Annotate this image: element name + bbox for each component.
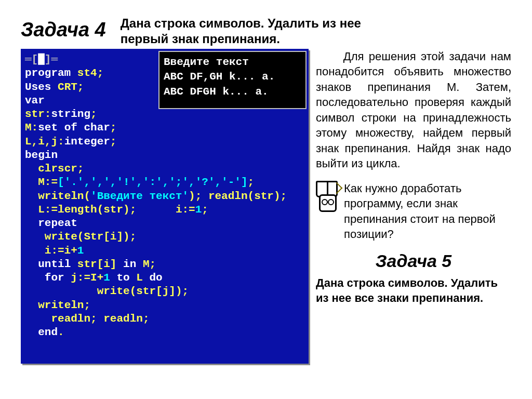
assign-l: L:= <box>38 204 58 216</box>
until-stri: str[i] <box>77 258 117 270</box>
str-literal-prompt: 'Введите текст' <box>90 190 189 202</box>
task4-title: Задача 4 <box>21 16 106 41</box>
out-line-3: ABC DFGH k... a. <box>164 86 269 98</box>
kw-in: in <box>123 258 136 270</box>
assign-m: M:= <box>38 176 58 188</box>
kw-uses: Uses <box>25 81 51 93</box>
cursor-icon: █ <box>38 54 45 65</box>
num-one-b: 1 <box>77 245 84 257</box>
arg-stri: Str[i] <box>84 231 123 243</box>
code-editor: Введите текст ABC DF,GH k... a. ABC DFGH… <box>21 49 309 364</box>
kw-end: end <box>38 326 58 338</box>
kw-var: var <box>25 95 45 107</box>
call-write2: write <box>45 231 77 243</box>
task5-prompt: Дана строка символов. Удалить из нее все… <box>316 276 511 305</box>
frame-left: ═[ <box>25 54 38 65</box>
num-one-a: 1 <box>195 204 202 216</box>
for-L: L <box>136 272 143 284</box>
kw-to: to <box>116 272 129 284</box>
task5-title: Задача 5 <box>316 249 511 273</box>
type-integer: integer <box>64 136 110 148</box>
until-m: M <box>143 258 150 270</box>
kw-do: do <box>150 272 163 284</box>
set-literal: ['.',',','!',':',';','?','-'] <box>58 176 247 188</box>
arg-str: str <box>254 190 274 202</box>
call-writeln2: writeln <box>38 299 84 311</box>
kw-program: program <box>25 67 71 79</box>
call-clrscr: clrscr <box>38 163 77 175</box>
var-str: str <box>25 108 45 120</box>
program-output: Введите текст ABC DF,GH k... a. ABC DFGH… <box>158 51 307 109</box>
frame-right: ]═ <box>45 54 58 65</box>
call-writeln1: writeln <box>38 190 84 202</box>
call-readln1: readln <box>208 190 248 202</box>
unit-crt: CRT <box>58 81 77 93</box>
inc-i: i:=i+ <box>45 245 77 257</box>
var-lij: L,i,j <box>25 136 58 148</box>
kw-for: for <box>45 272 64 284</box>
type-setofchar: set of char <box>38 122 110 134</box>
reader-icon <box>316 181 339 212</box>
prog-name: st4 <box>77 67 97 79</box>
task4-prompt: Дана строка символов. Удалить из нее пер… <box>121 16 411 47</box>
for-j: j:=I+ <box>71 272 103 284</box>
arg-str2: str <box>103 204 123 216</box>
out-line-1: Введите текст <box>164 56 249 68</box>
explanation-text: Для решения этой задачи нам понадобится … <box>316 49 511 171</box>
call-write3: write <box>97 285 130 297</box>
arg-strj: str[j] <box>136 285 176 297</box>
out-line-2: ABC DF,GH k... a. <box>164 71 275 83</box>
assign-i: i:= <box>176 204 195 216</box>
kw-until: until <box>38 258 71 270</box>
num-one-c: 1 <box>103 272 110 284</box>
question-text: Как нужно доработать программу, если зна… <box>344 181 511 242</box>
call-readln2b: readln <box>103 313 143 325</box>
kw-begin: begin <box>25 149 58 161</box>
kw-repeat: repeat <box>38 217 77 229</box>
call-readln2a: readln <box>51 313 90 325</box>
var-m: M <box>25 122 32 134</box>
type-string: string <box>51 108 90 120</box>
call-length: length <box>58 204 97 216</box>
